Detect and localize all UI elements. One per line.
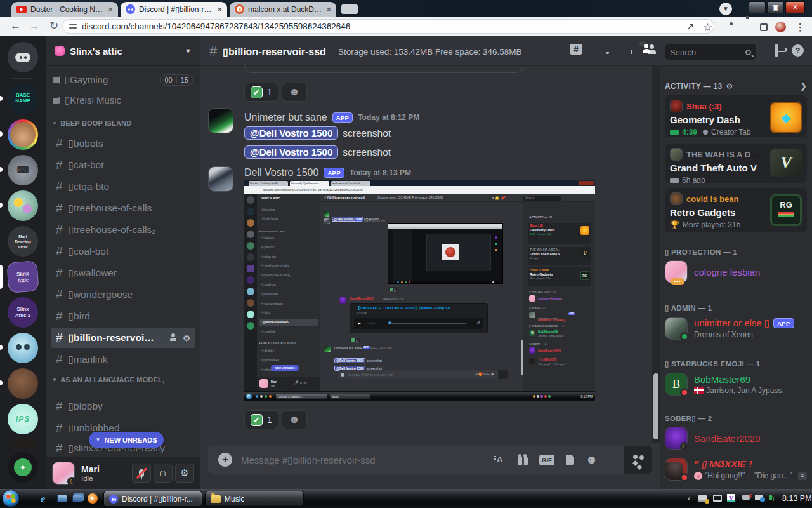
activity-settings-gear-icon[interactable]: ⚙	[726, 82, 733, 91]
apps-button[interactable]	[624, 446, 652, 474]
bookmark-star-icon[interactable]: ☆	[703, 21, 712, 34]
help-icon[interactable]: ?	[792, 44, 804, 57]
chevron-right-icon[interactable]: ❯	[800, 81, 807, 91]
tab-close-icon[interactable]: ×	[326, 4, 331, 14]
window-minimize-button[interactable]: —	[749, 1, 766, 13]
member-moxxie[interactable]: ″ ▯ MØXXIE ! "Hai gang!!" -- "Die gan...…	[665, 453, 807, 485]
add-reaction-button[interactable]: ☻	[282, 410, 307, 429]
reaction-check[interactable]: ✔ 1	[244, 83, 278, 102]
site-settings-icon[interactable]	[69, 23, 77, 30]
window-close-button[interactable]: ✕	[785, 1, 805, 13]
emoji-picker-icon[interactable]: ☻	[586, 453, 598, 467]
member-sandeater2020[interactable]: ☾ SandEater2020	[665, 424, 807, 452]
translate-icon[interactable]	[494, 454, 506, 465]
sticker-icon[interactable]	[566, 455, 574, 465]
taskbar-button-discord[interactable]: Discord | #▯billion-r...	[103, 491, 202, 507]
channel-treehouse-of-calls[interactable]: #▯treehouse-of-calls	[51, 198, 195, 218]
user-avatar[interactable]	[52, 462, 75, 485]
category-as-an-ai-language-model[interactable]: ▼ AS AN AI LANGUAGE MODEL,	[52, 376, 164, 384]
server-icon-dog[interactable]	[8, 368, 38, 399]
attach-plus-button[interactable]: +	[218, 453, 232, 467]
channel-bird[interactable]: #▯bird	[51, 306, 195, 326]
taskbar-button-music[interactable]: Music	[205, 491, 304, 507]
member-list-toggle-icon[interactable]	[639, 41, 646, 46]
server-icon-ips[interactable]: IPS	[8, 404, 38, 434]
explore-servers-button[interactable]: ✦	[8, 452, 38, 483]
avatar-unimeter[interactable]	[208, 108, 233, 133]
server-icon-cat[interactable]	[8, 119, 38, 150]
server-icon-blue-cat[interactable]	[8, 333, 38, 363]
activity-card-retro-gadgets[interactable]: covid is bean Retro Gadgets 🏆 Most playe…	[665, 188, 807, 232]
channel-ctqa-bto[interactable]: #▯ctqa-bto	[51, 177, 195, 197]
show-desktop-icon[interactable]	[57, 495, 67, 502]
channel-treehouse-of-calls-2[interactable]: #▯treehouse-of-calls₂	[51, 220, 195, 240]
gif-picker-icon[interactable]: GIF	[539, 455, 554, 465]
deafen-button[interactable]: ∩	[154, 464, 173, 483]
edit-channel-g.ear-icon[interactable]: ⚙	[183, 333, 190, 343]
explorer-windows-icon[interactable]	[72, 495, 82, 502]
tab-close-icon[interactable]: ×	[217, 4, 222, 14]
reaction-check[interactable]: ✔ 1	[244, 410, 278, 429]
channel-marilink[interactable]: #▯marilink	[51, 349, 195, 370]
activity-card-geometry-dash[interactable]: Shua (:3) Geometry Dash 4:39 Creator Tab…	[665, 95, 807, 137]
member-unimitter[interactable]: unimitter or else ▯APP Dreams of Xeons	[665, 314, 807, 343]
gift-icon[interactable]	[518, 457, 528, 465]
channel-cat-bot[interactable]: #▯cat-bot	[51, 155, 195, 175]
reload-button[interactable]: ↻	[49, 20, 58, 31]
threads-icon[interactable]: #	[570, 44, 582, 55]
forward-button[interactable]: →	[29, 20, 40, 31]
start-button[interactable]	[2, 490, 20, 507]
channel-wondergoose[interactable]: #▯wondergoose	[51, 284, 195, 305]
channel-topic[interactable]: Storage used: 153.42MB Free space: 346.5…	[338, 47, 522, 57]
tray-keyboard-icon[interactable]: !	[698, 495, 707, 502]
internet-explorer-icon[interactable]: e	[41, 493, 52, 504]
channel-bobots[interactable]: #▯bobots	[51, 133, 195, 154]
category-beep-boop-island[interactable]: ▼ BEEP BOOP ISLAND	[52, 119, 131, 127]
message-author[interactable]: Dell Vostro 1500	[244, 167, 318, 178]
voice-channel-kreisi-music[interactable]: ▯Kreisi Music	[49, 90, 197, 110]
window-restore-button[interactable]: ▣	[767, 1, 784, 13]
share-icon[interactable]: ↗	[686, 21, 695, 32]
discord-home-button[interactable]	[8, 42, 38, 72]
user-mention[interactable]: @Dell Vostro 1500	[244, 126, 338, 140]
taskbar-clock[interactable]: 8:13 PM	[782, 494, 812, 503]
server-icon-mari-development[interactable]: MariDevelopment	[8, 226, 38, 257]
channel-coal-bot[interactable]: #▯coal-bot	[51, 241, 195, 262]
browser-tab-youtube[interactable]: Duster - Cooking No M ×	[11, 2, 118, 17]
back-button[interactable]: ←	[10, 20, 21, 31]
voice-channel-gayming[interactable]: ▯Gayming 0015	[49, 70, 197, 90]
browser-profile-avatar[interactable]	[775, 22, 786, 32]
tray-v-icon[interactable]: V	[727, 494, 735, 502]
search-input[interactable]	[670, 48, 737, 57]
tray-display-icon[interactable]	[713, 495, 722, 502]
chat-scrollbar-thumb[interactable]	[653, 373, 658, 439]
server-icon-slinx-attic-selected[interactable]: SlinxAttic	[6, 260, 39, 293]
extension-square-icon[interactable]	[760, 23, 768, 31]
avatar-dell-vostro[interactable]	[208, 166, 233, 192]
browser-menu-kebab-icon[interactable]: ⋮	[796, 22, 805, 33]
server-icon-flowers[interactable]	[8, 190, 38, 221]
server-header[interactable]: Slinx's attic ▼	[46, 36, 200, 66]
new-tab-button[interactable]	[341, 4, 358, 14]
tray-network-icon[interactable]	[755, 495, 763, 500]
member-bobmaster69[interactable]: B BobMaster69 Jarrison, Jun A Jypass.	[665, 370, 807, 399]
browser-tab-duckduckgo[interactable]: malcom x at DuckDuck ×	[230, 2, 336, 17]
user-settings-button[interactable]: ⚙	[175, 464, 194, 483]
browser-tab-discord[interactable]: Discord | #▯billion-rese ×	[121, 2, 227, 17]
url-bar[interactable]: discord.com/channels/1042064947867287643…	[62, 19, 714, 34]
add-reaction-button[interactable]: ☻	[282, 83, 307, 102]
message-author[interactable]: Unimeter but sane	[244, 112, 327, 123]
tab-close-icon[interactable]: ×	[108, 4, 113, 14]
mute-microphone-button[interactable]	[132, 464, 151, 483]
activity-card-gta-v[interactable]: THE WAH IS A DEA... Grand Theft Auto V 6…	[665, 144, 807, 183]
tab-search-chevron[interactable]: ▼	[719, 3, 732, 15]
new-unreads-button[interactable]: ▼ NEW UNREADS	[89, 432, 164, 448]
user-mention[interactable]: @Dell Vostro 1500	[244, 145, 338, 159]
channel-billion-reservoir-selected[interactable]: # ▯billion-reservoir-... ⚙	[51, 328, 195, 348]
server-icon-gadget[interactable]: ⌨	[8, 155, 38, 185]
channel-swallower[interactable]: #▯swallower	[51, 263, 195, 283]
screenshot-attachment-image[interactable]: Duster - Cooking No M Discord | #▯billio…	[244, 180, 595, 401]
search-box[interactable]	[665, 44, 756, 60]
channel-blobby[interactable]: #▯blobby	[51, 396, 195, 417]
message-input[interactable]	[241, 455, 482, 465]
